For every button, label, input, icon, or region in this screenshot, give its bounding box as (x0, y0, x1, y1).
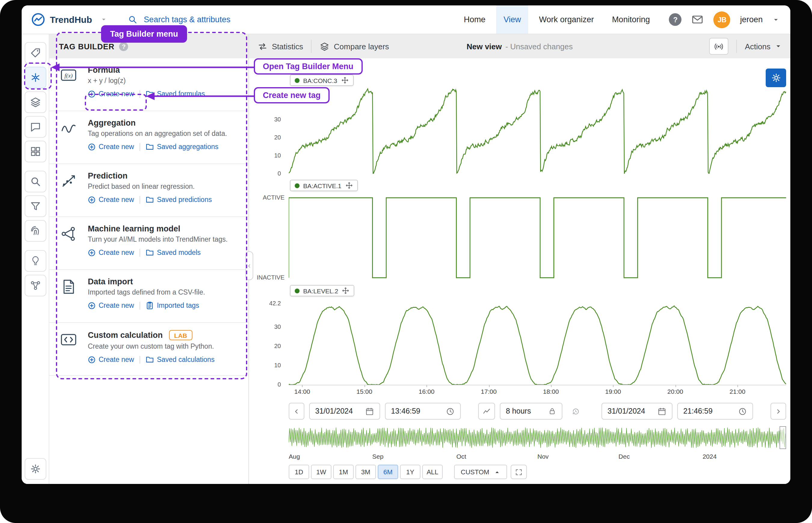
pan-left-button[interactable] (289, 403, 304, 420)
tag-chip-active[interactable]: BA:ACTIVE.1 (290, 180, 357, 191)
body-row: TAG BUILDER ? Formula x + y / log(z) Cre… (22, 34, 790, 484)
trend-mode-button[interactable] (478, 403, 495, 420)
panel-item-custom-calculation: Custom calculation LAB Create your own c… (49, 323, 248, 376)
divider (737, 40, 737, 53)
sidebar-item-workflow[interactable] (24, 275, 46, 296)
folder-icon (145, 195, 154, 204)
custom-range-button[interactable]: CUSTOM (454, 465, 507, 479)
plus-circle-icon (88, 302, 95, 309)
nav-view[interactable]: View (496, 5, 528, 34)
fit-icon (515, 467, 523, 476)
compare-layers-button[interactable]: Compare layers (319, 41, 389, 51)
toolbar-right: Actions (709, 38, 782, 55)
help-icon[interactable]: ? (669, 13, 682, 26)
user-name[interactable]: jeroen (740, 15, 763, 24)
search-input[interactable] (143, 14, 283, 25)
x-tick-label: 17:00 (481, 388, 497, 395)
item-title: Aggregation (88, 119, 136, 127)
move-icon[interactable] (342, 287, 350, 294)
nav-home[interactable]: Home (457, 5, 493, 34)
end-time-field[interactable]: 21:46:59 (677, 403, 753, 420)
create-new-prediction-link[interactable]: Create new (88, 196, 134, 203)
nav-work-organizer[interactable]: Work organizer (532, 5, 601, 34)
brand-caret-icon[interactable] (101, 16, 107, 23)
range-1w-button[interactable]: 1W (311, 465, 331, 479)
user-menu-caret-icon[interactable] (772, 16, 779, 23)
panel-help-icon[interactable]: ? (119, 42, 128, 51)
chart-level-plot[interactable] (289, 300, 786, 385)
create-new-calculation-link[interactable]: Create new (88, 356, 134, 363)
layers-icon (29, 96, 41, 108)
saved-aggregations-link[interactable]: Saved aggregations (145, 143, 219, 151)
panel-item-formula: Formula x + y / log(z) Create new Saved … (49, 58, 248, 111)
tag-chip-level[interactable]: BA:LEVEL.2 (290, 285, 355, 296)
create-new-formula-link[interactable]: Create new (88, 90, 134, 98)
saved-models-link[interactable]: Saved models (145, 248, 201, 257)
chart-active-plot[interactable] (289, 196, 786, 279)
x-tick-mark (737, 385, 738, 387)
panel-collapse-handle[interactable] (245, 251, 253, 280)
sidebar-item-settings[interactable] (25, 458, 46, 480)
move-icon[interactable] (345, 182, 353, 190)
chart-settings-button[interactable] (766, 69, 786, 87)
tag-builder-panel: TAG BUILDER ? Formula x + y / log(z) Cre… (49, 34, 249, 484)
range-all-button[interactable]: ALL (422, 465, 443, 479)
app-logo[interactable]: TrendHub (31, 13, 107, 26)
pan-right-button[interactable] (771, 403, 786, 420)
sidebar-item-tag[interactable] (24, 42, 46, 64)
x-tick-mark (613, 385, 614, 387)
overview-selection[interactable] (779, 426, 786, 449)
panel-title: TAG BUILDER (59, 42, 114, 51)
range-1y-button[interactable]: 1Y (400, 465, 420, 479)
create-new-import-link[interactable]: Create new (88, 302, 134, 309)
sidebar-item-comments[interactable] (24, 116, 46, 138)
x-tick-label: 16:00 (419, 388, 435, 395)
start-time-field[interactable]: 13:46:59 (385, 403, 461, 420)
broadcast-button[interactable] (709, 38, 729, 55)
history-button[interactable] (567, 403, 584, 420)
saved-predictions-link[interactable]: Saved predictions (145, 195, 212, 204)
create-new-model-link[interactable]: Create new (88, 249, 134, 256)
imported-tags-link[interactable]: Imported tags (145, 301, 199, 310)
sidebar-item-recommendations[interactable] (24, 250, 46, 272)
workflow-icon (29, 279, 41, 292)
sidebar-item-filter[interactable] (24, 195, 46, 217)
statistics-button[interactable]: Statistics (258, 41, 303, 51)
duration-field[interactable]: 8 hours (500, 403, 562, 420)
range-3m-button[interactable]: 3M (355, 465, 376, 479)
range-1m-button[interactable]: 1M (333, 465, 354, 479)
start-date-field[interactable]: 31/01/2024 (309, 403, 380, 420)
screenshot-stage: TrendHub Home View Work organizer Monito… (0, 0, 812, 523)
global-search[interactable] (127, 14, 283, 25)
actions-button[interactable]: Actions (745, 42, 782, 51)
panel-item-aggregation: Aggregation Tag operations on an aggrega… (49, 111, 248, 164)
avatar[interactable]: JB (714, 11, 730, 28)
history-icon (571, 406, 580, 416)
create-new-aggregation-link[interactable]: Create new (88, 143, 134, 150)
saved-formulas-link[interactable]: Saved formulas (145, 90, 205, 98)
y-tick-label: 10 (274, 362, 281, 368)
tag-chip-conc[interactable]: BA:CONC.3 (290, 74, 353, 86)
mail-icon[interactable] (691, 13, 704, 26)
item-subtitle: Turn your AI/ML models into TrendMiner t… (88, 236, 240, 243)
range-6m-button[interactable]: 6M (378, 465, 398, 479)
custom-calculation-icon (60, 330, 88, 369)
sidebar-item-search[interactable] (24, 171, 46, 192)
time-controls: 31/01/2024 13:46:59 8 hours 31/01/2024 2… (289, 402, 786, 420)
end-date-field[interactable]: 31/01/2024 (601, 403, 672, 420)
sidebar-item-tag-builder[interactable] (24, 67, 46, 88)
chevron-right-icon (775, 407, 782, 416)
nav-monitoring[interactable]: Monitoring (605, 5, 657, 34)
saved-calculations-link[interactable]: Saved calculations (145, 355, 215, 364)
overview-month-labels: AugSepOctNovDec2024 (289, 453, 786, 461)
sidebar-item-dashboard[interactable] (24, 141, 46, 162)
aggregation-icon (60, 119, 88, 158)
chart-conc-plot[interactable] (289, 76, 786, 174)
move-icon[interactable] (341, 76, 349, 84)
sidebar-item-fingerprint[interactable] (24, 220, 46, 242)
sidebar-item-layers[interactable] (24, 91, 46, 113)
fit-view-button[interactable] (511, 465, 527, 479)
context-overview-strip[interactable] (289, 426, 786, 449)
range-1d-button[interactable]: 1D (289, 465, 309, 479)
panel-item-prediction: Prediction Predict based on linear regre… (49, 164, 248, 217)
